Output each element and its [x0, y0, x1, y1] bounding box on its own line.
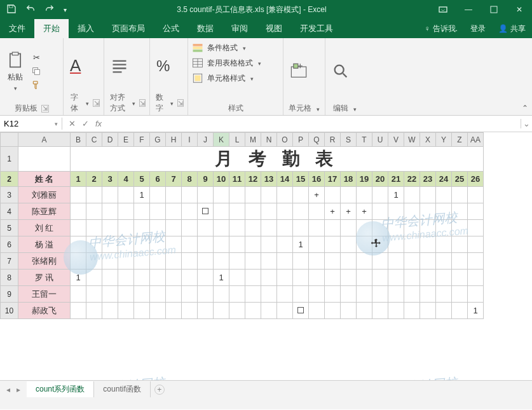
data-cell[interactable] — [166, 270, 182, 286]
data-cell[interactable] — [325, 270, 341, 286]
data-cell[interactable] — [404, 187, 420, 203]
data-cell[interactable] — [388, 253, 404, 270]
col-header-A[interactable]: A — [18, 133, 71, 147]
col-header-G[interactable]: G — [150, 133, 166, 147]
data-cell[interactable] — [372, 286, 388, 303]
data-cell[interactable] — [404, 286, 420, 303]
data-cell[interactable] — [436, 253, 452, 270]
data-cell[interactable] — [182, 270, 198, 286]
data-cell[interactable] — [261, 187, 277, 203]
data-cell[interactable] — [468, 253, 484, 270]
tell-me[interactable]: ♀告诉我. — [418, 20, 464, 38]
data-cell[interactable] — [261, 253, 277, 270]
name-cell[interactable]: 郝政飞 — [18, 303, 71, 319]
data-cell[interactable] — [182, 203, 198, 220]
data-cell[interactable] — [166, 220, 182, 236]
data-cell[interactable] — [277, 236, 293, 253]
data-cell[interactable] — [229, 187, 245, 203]
data-cell[interactable] — [309, 236, 325, 253]
data-cell[interactable] — [436, 203, 452, 220]
data-cell[interactable] — [71, 220, 86, 236]
data-cell[interactable] — [245, 253, 261, 270]
align-button[interactable] — [108, 56, 131, 76]
data-cell[interactable]: + — [309, 187, 325, 203]
data-cell[interactable] — [325, 253, 341, 270]
data-cell[interactable] — [118, 270, 134, 286]
font-launcher-icon[interactable]: ⇲ — [93, 99, 100, 107]
data-cell[interactable] — [372, 187, 388, 203]
data-cell[interactable]: + — [325, 203, 341, 220]
data-cell[interactable] — [341, 187, 357, 203]
data-cell[interactable] — [420, 220, 436, 236]
share-button[interactable]: 👤共享 — [492, 20, 532, 38]
sign-in[interactable]: 登录 — [464, 20, 492, 38]
number-button[interactable]: % — [154, 56, 172, 76]
row-header-2[interactable]: 2 — [1, 172, 18, 187]
data-cell[interactable] — [436, 187, 452, 203]
qat-dropdown-icon[interactable]: ▾ — [64, 6, 67, 13]
maximize-icon[interactable] — [481, 0, 507, 19]
data-cell[interactable] — [420, 270, 436, 286]
data-cell[interactable] — [198, 253, 214, 270]
sheet-tab-count[interactable]: count系列函数 — [27, 381, 94, 397]
data-cell[interactable] — [150, 303, 166, 319]
data-cell[interactable]: 1 — [214, 270, 229, 286]
data-cell[interactable] — [468, 270, 484, 286]
data-cell[interactable] — [436, 220, 452, 236]
col-header-AA[interactable]: AA — [468, 133, 484, 147]
data-cell[interactable] — [452, 286, 468, 303]
data-cell[interactable] — [118, 303, 134, 319]
data-cell[interactable] — [86, 286, 102, 303]
tab-nav-next-icon[interactable]: ▸ — [17, 385, 20, 394]
data-cell[interactable] — [420, 236, 436, 253]
data-cell[interactable] — [325, 220, 341, 236]
data-cell[interactable] — [86, 270, 102, 286]
data-cell[interactable] — [468, 187, 484, 203]
data-cell[interactable] — [372, 220, 388, 236]
data-cell[interactable] — [229, 220, 245, 236]
data-cell[interactable] — [293, 270, 309, 286]
data-cell[interactable] — [150, 236, 166, 253]
col-header-U[interactable]: U — [372, 133, 388, 147]
data-cell[interactable] — [102, 286, 118, 303]
data-cell[interactable] — [150, 187, 166, 203]
data-cell[interactable]: 1 — [293, 236, 309, 253]
save-icon[interactable] — [6, 4, 17, 16]
col-header-N[interactable]: N — [261, 133, 277, 147]
name-cell[interactable]: 王留一 — [18, 286, 71, 303]
data-cell[interactable] — [436, 303, 452, 319]
data-cell[interactable] — [102, 187, 118, 203]
data-cell[interactable] — [452, 253, 468, 270]
data-cell[interactable] — [277, 253, 293, 270]
data-cell[interactable] — [86, 253, 102, 270]
data-cell[interactable] — [86, 187, 102, 203]
data-cell[interactable] — [214, 253, 229, 270]
minimize-icon[interactable]: — — [456, 0, 481, 19]
data-cell[interactable] — [198, 286, 214, 303]
col-header-K[interactable]: K — [214, 133, 229, 147]
data-cell[interactable] — [134, 303, 150, 319]
data-cell[interactable] — [277, 303, 293, 319]
data-cell[interactable] — [245, 286, 261, 303]
row-header-5[interactable]: 5 — [1, 220, 18, 236]
undo-icon[interactable] — [25, 4, 36, 16]
data-cell[interactable] — [71, 187, 86, 203]
data-cell[interactable] — [134, 270, 150, 286]
data-cell[interactable] — [118, 220, 134, 236]
row-header-7[interactable]: 7 — [1, 253, 18, 270]
data-cell[interactable] — [86, 236, 102, 253]
data-cell[interactable] — [166, 236, 182, 253]
data-cell[interactable] — [182, 253, 198, 270]
row-header-10[interactable]: 10 — [1, 303, 18, 319]
data-cell[interactable] — [277, 286, 293, 303]
data-cell[interactable] — [388, 286, 404, 303]
data-cell[interactable] — [214, 236, 229, 253]
data-cell[interactable] — [134, 236, 150, 253]
tab-insert[interactable]: 插入 — [69, 19, 103, 38]
data-cell[interactable] — [420, 303, 436, 319]
data-cell[interactable] — [71, 236, 86, 253]
data-cell[interactable] — [118, 253, 134, 270]
tab-data[interactable]: 数据 — [188, 19, 222, 38]
copy-icon[interactable] — [31, 65, 42, 77]
collapse-ribbon-icon[interactable]: ⌃ — [522, 104, 528, 113]
